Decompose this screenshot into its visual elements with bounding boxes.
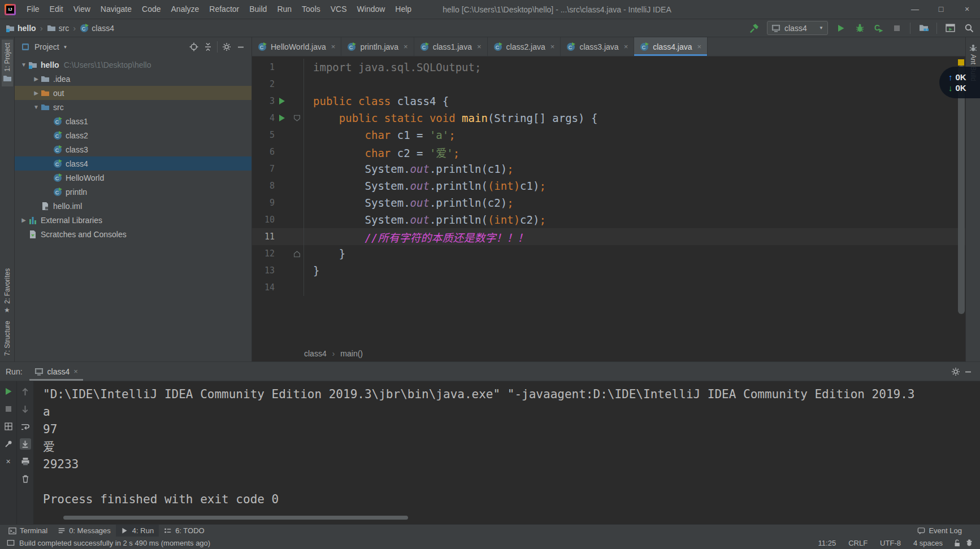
- tool-window-button-6-todo[interactable]: 6: TODO: [159, 525, 210, 537]
- print-icon[interactable]: [20, 456, 31, 467]
- tree-expander-icon[interactable]: ▶: [19, 217, 28, 223]
- status-item-utf-8[interactable]: UTF-8: [880, 539, 901, 547]
- editor-gutter[interactable]: 6: [252, 143, 304, 160]
- tree-item-class2[interactable]: Cclass2: [15, 128, 251, 142]
- maximize-button[interactable]: □: [928, 0, 954, 19]
- menu-run[interactable]: Run: [272, 0, 297, 19]
- tree-expander-icon[interactable]: ▶: [32, 90, 41, 96]
- run-configuration-selector[interactable]: class4 ▼: [767, 21, 828, 35]
- close-icon[interactable]: ×: [404, 42, 408, 51]
- editor-scrollbar[interactable]: [957, 56, 965, 346]
- tree-item-class4[interactable]: Cclass4: [15, 156, 251, 171]
- event-log-button[interactable]: Event Log: [929, 526, 962, 535]
- unlock-icon[interactable]: [953, 539, 961, 547]
- hide-panel-icon[interactable]: [236, 42, 246, 52]
- tree-item-External Libraries[interactable]: ▶External Libraries: [15, 213, 251, 227]
- menu-help[interactable]: Help: [390, 0, 417, 19]
- editor-gutter[interactable]: 8: [252, 177, 304, 194]
- gear-icon[interactable]: [222, 42, 232, 52]
- menu-window[interactable]: Window: [352, 0, 391, 19]
- run-console-tab[interactable]: class4 ×: [29, 362, 83, 381]
- pin-tab-icon[interactable]: [3, 438, 14, 450]
- menu-build[interactable]: Build: [244, 0, 272, 19]
- editor-tab-println.java[interactable]: Cprintln.java×: [341, 37, 414, 56]
- collapse-all-icon[interactable]: [203, 42, 213, 52]
- tree-item-println[interactable]: Cprintln: [15, 185, 251, 199]
- editor-gutter[interactable]: 9: [252, 194, 304, 211]
- rerun-button[interactable]: [3, 386, 14, 397]
- tree-expander-icon[interactable]: ▼: [32, 104, 41, 110]
- project-structure-button[interactable]: [918, 23, 929, 34]
- run-console-output[interactable]: "D:\IDE\IntelliJ IDEA Community Edition …: [34, 381, 980, 524]
- tree-item-Scratches and Consoles[interactable]: Scratches and Consoles: [15, 227, 251, 241]
- menu-edit[interactable]: Edit: [45, 0, 68, 19]
- coverage-button[interactable]: C: [873, 23, 884, 34]
- hide-panel-icon[interactable]: [962, 362, 974, 381]
- tool-button-favorites[interactable]: 2: Favorites ★: [2, 265, 12, 317]
- stop-button[interactable]: [891, 23, 903, 34]
- soft-wrap-icon[interactable]: [20, 421, 31, 432]
- editor-gutter[interactable]: 7: [252, 160, 304, 177]
- menu-vcs[interactable]: VCS: [326, 0, 352, 19]
- menu-tools[interactable]: Tools: [297, 0, 326, 19]
- close-icon[interactable]: ×: [624, 42, 628, 51]
- editor-gutter[interactable]: 5: [252, 127, 304, 143]
- menu-file[interactable]: File: [21, 0, 45, 19]
- editor-tab-class2.java[interactable]: Cclass2.java×: [488, 37, 561, 56]
- editor-tab-class3.java[interactable]: Cclass3.java×: [561, 37, 634, 56]
- scroll-to-end-icon[interactable]: [20, 438, 31, 450]
- tool-button-structure[interactable]: 7: Structure: [2, 317, 12, 359]
- editor-tab-HelloWorld.java[interactable]: CHelloWorld.java×: [252, 37, 341, 56]
- console-horizontal-scrollbar[interactable]: [63, 516, 408, 520]
- tree-item-hello[interactable]: ▼helloC:\Users\1\Desktop\hello: [15, 58, 251, 72]
- breadcrumb-item-src[interactable]: src: [59, 24, 70, 33]
- project-panel-title[interactable]: Project: [34, 42, 59, 51]
- editor-tab-class4.java[interactable]: Cclass4.java×: [634, 37, 708, 56]
- minimize-button[interactable]: —: [902, 0, 928, 19]
- build-hammer-icon[interactable]: [748, 23, 760, 34]
- menu-refactor[interactable]: Refactor: [204, 0, 244, 19]
- close-icon[interactable]: ×: [477, 42, 482, 51]
- editor-tab-class1.java[interactable]: Cclass1.java×: [414, 37, 488, 56]
- close-button[interactable]: ×: [954, 0, 980, 19]
- tool-window-button-0-messages[interactable]: 0: Messages: [53, 525, 116, 537]
- run-line-icon[interactable]: [275, 115, 289, 121]
- menu-navigate[interactable]: Navigate: [96, 0, 137, 19]
- tree-expander-icon[interactable]: ▶: [32, 76, 41, 82]
- tree-item-HelloWorld[interactable]: CHelloWorld: [15, 171, 251, 185]
- breadcrumb-item-class4[interactable]: class4: [92, 24, 114, 33]
- close-icon[interactable]: ×: [331, 42, 336, 51]
- clear-all-icon[interactable]: [20, 473, 31, 485]
- close-icon[interactable]: ×: [697, 42, 702, 51]
- breadcrumb-item-hello[interactable]: hello: [18, 24, 36, 33]
- tree-item-src[interactable]: ▼src: [15, 100, 251, 114]
- editor-gutter[interactable]: 13: [252, 262, 304, 279]
- status-item-crlf[interactable]: CRLF: [848, 539, 868, 547]
- chevron-down-icon[interactable]: ▼: [63, 45, 68, 50]
- close-icon[interactable]: ×: [73, 367, 78, 376]
- tree-item-hello.iml[interactable]: hello.iml: [15, 199, 251, 213]
- tree-item-class1[interactable]: Cclass1: [15, 114, 251, 128]
- editor-gutter[interactable]: 1: [252, 59, 304, 76]
- down-stack-trace-icon[interactable]: [20, 403, 31, 415]
- close-icon[interactable]: ×: [3, 456, 14, 467]
- code-editor[interactable]: 1import java.sql.SQLOutput;23public clas…: [252, 56, 965, 346]
- tree-item-out[interactable]: ▶out: [15, 86, 251, 100]
- editor-gutter[interactable]: 14: [252, 279, 304, 296]
- tool-button-project[interactable]: 1: Project: [2, 40, 13, 86]
- editor-breadcrumb-class4[interactable]: class4: [304, 349, 327, 358]
- tool-window-button-terminal[interactable]: Terminal: [3, 525, 53, 537]
- editor-gutter[interactable]: 3: [252, 93, 304, 110]
- gear-icon[interactable]: [949, 362, 962, 381]
- tree-item-.idea[interactable]: ▶.idea: [15, 72, 251, 86]
- tool-window-button-4-run[interactable]: 4: Run: [116, 525, 159, 537]
- run-line-icon[interactable]: [275, 98, 289, 104]
- hector-inspections-icon[interactable]: [965, 539, 973, 547]
- debug-button[interactable]: [854, 23, 865, 34]
- stop-icon[interactable]: [3, 403, 14, 415]
- tree-expander-icon[interactable]: ▼: [19, 62, 28, 68]
- menu-analyze[interactable]: Analyze: [166, 0, 205, 19]
- editor-gutter[interactable]: 4: [252, 110, 304, 127]
- editor-gutter[interactable]: 11: [252, 228, 304, 245]
- run-button[interactable]: [835, 23, 847, 34]
